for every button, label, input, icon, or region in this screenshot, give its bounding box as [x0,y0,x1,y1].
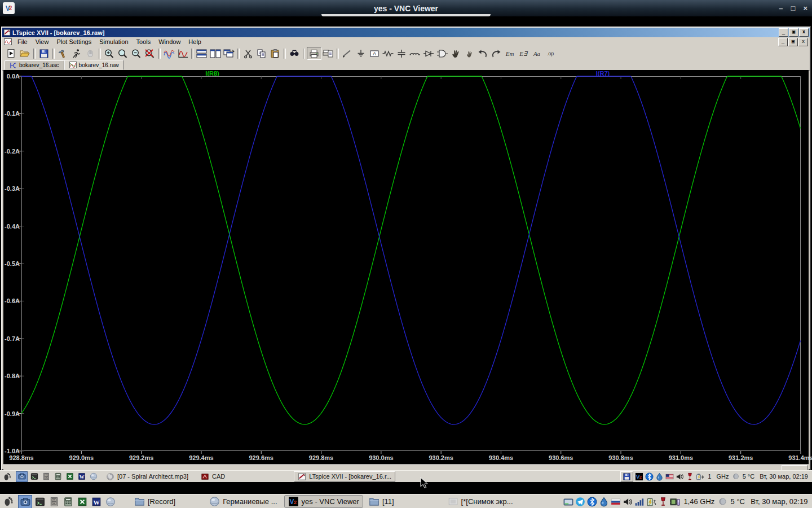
calculator-launcher-icon[interactable] [52,472,63,481]
waveform-plot[interactable] [21,76,801,451]
mdi-restore-button[interactable]: ▣ [788,38,798,46]
menu-plot-settings[interactable]: Plot Settings [52,38,95,46]
diode-button[interactable] [422,47,435,59]
excel-launcher-icon[interactable] [76,496,89,508]
waveform-plot-pane[interactable]: I(R8)I(R7) 0.0A-0.1A-0.2A-0.3A-0.4A-0.5A… [3,70,809,464]
cascade-windows-button[interactable] [222,47,236,59]
find-button[interactable] [288,47,301,59]
wine-tray-icon[interactable] [686,472,694,481]
taskbar-item[interactable]: CAD [201,472,225,481]
waterdrop-tray-icon[interactable] [655,472,664,481]
zoom-out-button[interactable] [130,47,143,59]
screenshot-launcher-icon[interactable] [18,495,32,508]
mdi-minimize-button[interactable]: _ [778,38,788,46]
taskbar-item[interactable]: [*[Снимок экр... [448,496,513,507]
ltspice-close-button[interactable]: x [799,28,809,37]
filemanager-tray-icon[interactable] [563,497,573,507]
rotate-button[interactable]: E∃ [517,47,530,59]
globe-launcher-icon[interactable] [88,472,99,481]
terminal-launcher-icon[interactable] [29,472,39,481]
vnc-minimize-button[interactable]: – [779,0,783,16]
zoom-in-button[interactable] [103,47,116,59]
ground-button[interactable] [354,47,368,59]
wine-tray-icon[interactable] [658,497,668,507]
vnc-maximize-button[interactable]: □ [791,0,796,16]
resistor-button[interactable] [381,47,395,59]
flag-ru-tray-icon[interactable] [611,497,621,507]
print-button[interactable] [307,47,321,60]
vnc-tray-icon[interactable]: V2 [635,472,643,481]
clock[interactable]: Вт, 30 мар, 02:19 [760,473,810,480]
open-file-button[interactable] [18,47,32,59]
menu-view[interactable]: View [32,38,53,46]
redo-button[interactable] [489,47,503,59]
file-cabinet-launcher-icon[interactable] [41,472,51,481]
tab-bokarev_16.asc[interactable]: bokarev_16.asc [5,60,64,70]
file-cabinet-launcher-icon[interactable] [47,496,60,508]
trace-I(R8)[interactable] [21,76,801,424]
trace-I(R7)[interactable] [21,76,801,424]
ltspice-titlebar[interactable]: LTspice XVII - [bokarev_16.raw] _ ▣ x [2,28,810,37]
menu-help[interactable]: Help [184,38,205,46]
vnc-toolbar-peek[interactable] [321,14,491,16]
save-button[interactable] [37,47,51,59]
menu-file[interactable]: File [14,38,32,46]
move-button[interactable] [449,47,462,59]
new-schematic-button[interactable] [5,47,18,59]
net-label-button[interactable]: A [368,47,381,59]
copy-button[interactable] [255,47,268,59]
plot-settings-button[interactable] [176,47,189,59]
tab-bokarev_16.raw[interactable]: bokarev_16.raw [64,60,124,70]
speaker-tray-icon[interactable] [623,497,633,507]
taskbar-button[interactable]: LTspice XVII - [bokarev_16.r... [294,471,395,482]
taskbar-item[interactable]: [07 - Spiral Architect.mp3] [106,472,188,481]
vnc-close-button[interactable]: × [803,0,807,16]
menu-window[interactable]: Window [155,38,184,46]
taskbar-button[interactable]: V2yes - VNC Viewer [284,495,363,508]
speaker-tray-icon[interactable] [676,472,684,481]
component-button[interactable] [435,47,449,59]
battery-plug-tray-icon[interactable] [696,472,704,481]
paste-button[interactable] [268,47,282,59]
cut-button[interactable] [241,47,255,59]
wire-button[interactable] [341,47,354,59]
halt-button[interactable] [83,47,97,59]
bluetooth-tray-icon[interactable] [587,497,597,507]
gnome-foot-icon[interactable] [2,496,14,507]
signal-bars-tray-icon[interactable] [634,497,645,507]
flag-us-tray-icon[interactable] [665,472,674,481]
text-button[interactable]: Aa [530,47,544,59]
zoom-full-button[interactable] [143,47,157,59]
spice-directive-button[interactable]: .op [544,47,557,59]
waterdrop-tray-icon[interactable] [599,497,609,507]
calculator-launcher-icon[interactable] [61,496,74,508]
inductor-button[interactable] [408,47,422,59]
run-button[interactable] [70,47,83,59]
menu-tools[interactable]: Tools [133,38,155,46]
floppy-tray-icon[interactable] [620,471,633,482]
control-panel-button[interactable] [56,47,70,59]
chip-battery-tray-icon[interactable] [670,497,680,507]
taskbar-item[interactable]: [11] [369,496,394,507]
taskbar-item[interactable]: [Record] [134,496,175,507]
drag-button[interactable] [462,47,476,59]
bluetooth-tray-icon[interactable] [645,472,654,481]
capacitor-button[interactable] [395,47,408,59]
gnome-foot-icon[interactable] [2,472,12,481]
excel-launcher-icon[interactable] [64,472,75,481]
tile-vertical-button[interactable] [209,47,222,59]
globe-launcher-icon[interactable] [104,496,117,508]
mirror-button[interactable]: Em [503,47,517,59]
telegram-tray-icon[interactable] [575,497,585,507]
screenshot-launcher-icon[interactable] [16,471,28,482]
word-launcher-icon[interactable]: W [76,472,87,481]
terminal-launcher-icon[interactable] [33,496,46,508]
clock[interactable]: Вт, 30 мар, 02:19 [751,497,810,506]
battery-charge-tray-icon[interactable] [646,497,656,507]
word-launcher-icon[interactable]: W [90,496,103,508]
menu-simulation[interactable]: Simulation [95,38,132,46]
tile-horizontal-button[interactable] [195,47,209,59]
ltspice-restore-button[interactable]: ▣ [789,28,798,37]
ltspice-minimize-button[interactable]: _ [779,28,788,37]
autorange-button[interactable] [162,47,176,59]
